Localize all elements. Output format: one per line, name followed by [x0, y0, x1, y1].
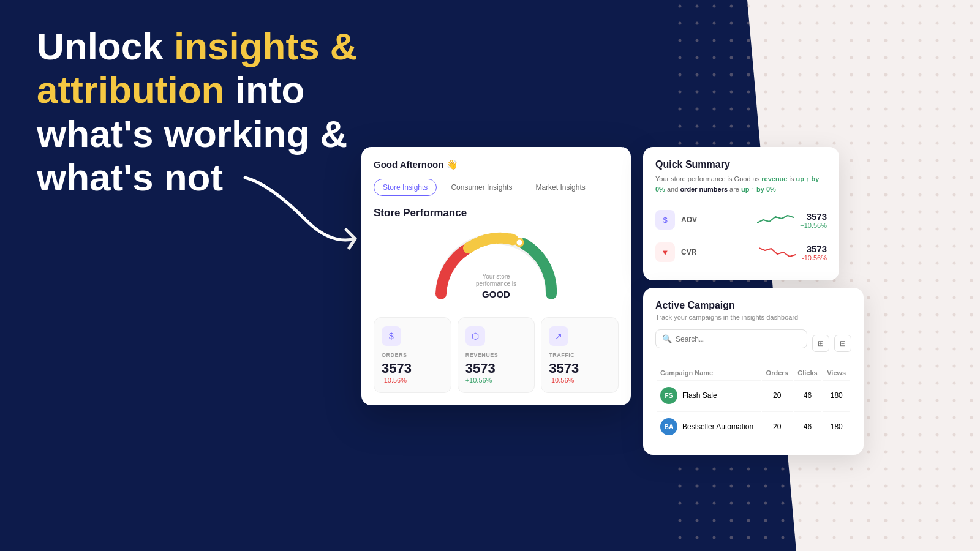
table-row: BA Bestseller Automation 20 46 180	[657, 411, 850, 441]
svg-point-108	[679, 108, 682, 111]
svg-point-32	[919, 22, 922, 25]
svg-point-429	[936, 399, 939, 402]
svg-point-555	[936, 519, 939, 522]
svg-text:performance is: performance is	[476, 280, 516, 287]
svg-point-4	[747, 5, 750, 8]
svg-point-265	[902, 245, 905, 248]
svg-point-54	[679, 56, 682, 59]
campaign-2-clicks: 46	[794, 411, 822, 441]
traffic-icon: ↗	[549, 326, 568, 346]
stat-card-revenues: ⬡ REVENUES 3573 +10.56%	[458, 317, 535, 393]
svg-point-412	[953, 382, 956, 385]
svg-point-111	[730, 108, 733, 111]
svg-point-116	[816, 108, 819, 111]
search-icon: 🔍	[662, 334, 672, 343]
svg-point-490	[747, 468, 750, 471]
aov-values: 3573 +10.56%	[800, 211, 827, 229]
svg-point-131	[764, 125, 767, 128]
svg-point-194	[919, 176, 922, 179]
svg-point-357	[936, 331, 939, 334]
svg-point-176	[919, 159, 922, 162]
campaign-2-orders: 20	[762, 411, 793, 441]
svg-point-479	[867, 451, 870, 454]
svg-point-262	[850, 245, 853, 248]
tab-market-insights[interactable]: Market Insights	[526, 179, 594, 196]
svg-point-354	[884, 331, 888, 334]
svg-point-535	[902, 502, 905, 505]
svg-point-245	[867, 228, 870, 231]
search-input[interactable]	[676, 335, 801, 343]
svg-point-0	[679, 5, 682, 8]
svg-point-545	[764, 519, 767, 522]
svg-point-529	[799, 502, 802, 505]
svg-point-177	[936, 159, 939, 162]
svg-point-69	[936, 56, 939, 59]
traffic-change: -10.56%	[549, 377, 611, 384]
svg-point-151	[799, 142, 802, 145]
revenues-icon: ⬡	[466, 326, 485, 346]
svg-point-190	[850, 176, 853, 179]
svg-point-538	[953, 502, 956, 505]
svg-point-50	[919, 39, 922, 42]
svg-point-389	[867, 365, 870, 368]
svg-point-47	[867, 39, 870, 42]
aov-number: 3573	[800, 211, 827, 222]
campaign-1-clicks: 46	[794, 380, 822, 410]
svg-point-117	[833, 108, 836, 111]
svg-point-175	[902, 159, 905, 162]
svg-point-527	[764, 502, 767, 505]
svg-point-574	[953, 536, 956, 539]
svg-point-21	[730, 22, 733, 25]
svg-point-100	[850, 91, 853, 94]
stat-card-traffic: ↗ TRAFFIC 3573 -10.56%	[541, 317, 619, 393]
svg-point-134	[816, 125, 819, 128]
revenues-number: 3573	[466, 361, 527, 377]
svg-point-137	[867, 125, 870, 128]
svg-point-232	[953, 211, 956, 214]
svg-point-526	[747, 502, 750, 505]
svg-point-102	[884, 91, 888, 94]
svg-point-463	[902, 433, 905, 437]
svg-point-125	[970, 108, 973, 111]
tab-store-insights[interactable]: Store Insights	[374, 179, 437, 196]
greeting: Good Afternoon 👋	[374, 159, 619, 170]
svg-point-3	[730, 5, 733, 8]
svg-point-467	[970, 433, 973, 437]
svg-point-409	[902, 382, 905, 385]
svg-point-94	[747, 91, 750, 94]
svg-point-84	[884, 73, 888, 77]
svg-point-146	[713, 142, 716, 145]
svg-point-14	[919, 5, 922, 8]
column-filter-button[interactable]: ⊞	[812, 335, 829, 352]
svg-point-263	[867, 245, 870, 248]
svg-point-36	[679, 39, 682, 42]
svg-point-248	[919, 228, 922, 231]
tab-consumer-insights[interactable]: Consumer Insights	[442, 179, 521, 196]
svg-text:Your store: Your store	[482, 273, 510, 280]
svg-point-508	[747, 485, 750, 488]
svg-point-68	[919, 56, 922, 59]
svg-point-107	[970, 91, 973, 94]
svg-point-497	[867, 468, 870, 471]
svg-point-355	[902, 331, 905, 334]
svg-point-26	[816, 22, 819, 25]
svg-point-158	[919, 142, 922, 145]
svg-point-512	[816, 485, 819, 488]
svg-point-517	[902, 485, 905, 488]
svg-point-525	[730, 502, 733, 505]
svg-point-99	[833, 91, 836, 94]
svg-point-269	[970, 245, 973, 248]
svg-point-337	[902, 313, 905, 317]
svg-point-46	[850, 39, 853, 42]
svg-point-359	[970, 331, 973, 334]
aov-sparkline	[757, 211, 794, 229]
svg-point-524	[713, 502, 716, 505]
cvr-name: CVR	[681, 248, 759, 257]
svg-point-570	[884, 536, 888, 539]
svg-point-118	[850, 108, 853, 111]
campaign-1-name: FS Flash Sale	[657, 380, 761, 410]
svg-point-55	[696, 56, 699, 59]
svg-point-356	[919, 331, 922, 334]
svg-point-103	[902, 91, 905, 94]
row-filter-button[interactable]: ⊟	[834, 335, 851, 352]
